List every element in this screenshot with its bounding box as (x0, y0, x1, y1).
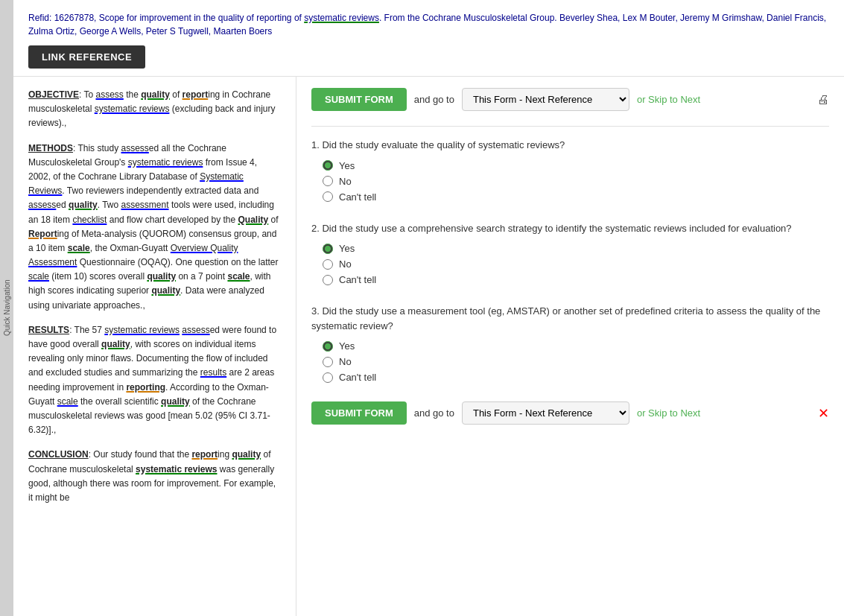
objective-block: OBJECTIVE: To assess the quality of repo… (28, 88, 281, 131)
refid-systematic-reviews-link[interactable]: systematic reviews (304, 13, 379, 23)
form-panel: SUBMIT FORM and go to This Form - Next R… (296, 77, 844, 616)
methods-label: METHODS (28, 143, 73, 153)
q2-cant-tell-radio[interactable] (323, 275, 333, 285)
refid-text: Refid: 16267878, Scope for improvement i… (28, 11, 829, 38)
bottom-submit-button[interactable]: SUBMIT FORM (311, 401, 407, 425)
print-icon[interactable]: 🖨 (817, 93, 829, 107)
q1-no-radio[interactable] (323, 176, 333, 186)
q2-yes-label: Yes (339, 243, 355, 254)
link-reference-button[interactable]: LINK REFERENCE (28, 45, 145, 69)
q2-cant-tell-option[interactable]: Can't tell (323, 274, 829, 285)
question-1-body: Did the study evaluate the quality of sy… (322, 139, 565, 150)
methods-block: METHODS: This study assessed all the Coc… (28, 142, 281, 313)
top-goto-select[interactable]: This Form - Next Reference This Form - S… (462, 88, 629, 111)
question-1-text: 1. Did the study evaluate the quality of… (311, 138, 829, 153)
q1-no-option[interactable]: No (323, 176, 829, 187)
quick-navigation-sidebar[interactable]: Quick Navigation (0, 0, 13, 616)
question-2-text: 2. Did the study use a comprehensive sea… (311, 221, 829, 236)
q2-yes-option[interactable]: Yes (323, 243, 829, 254)
top-goto-label: and go to (414, 94, 454, 105)
q1-cant-tell-option[interactable]: Can't tell (323, 191, 829, 203)
top-skip-link[interactable]: or Skip to Next (637, 94, 700, 105)
q3-cant-tell-label: Can't tell (339, 372, 376, 383)
q2-cant-tell-label: Can't tell (339, 274, 376, 285)
question-1-block: 1. Did the study evaluate the quality of… (311, 138, 829, 203)
objective-label: OBJECTIVE (28, 89, 79, 100)
q1-yes-option[interactable]: Yes (323, 160, 829, 171)
bottom-skip-link[interactable]: or Skip to Next (637, 407, 700, 419)
bottom-goto-label: and go to (414, 407, 454, 419)
question-3-text: 3. Did the study use a measurement tool … (311, 304, 829, 333)
q2-no-label: No (339, 258, 352, 270)
q2-no-radio[interactable] (323, 259, 333, 270)
question-3-block: 3. Did the study use a measurement tool … (311, 304, 829, 383)
methods-text: : This study assessed all the Cochrane M… (28, 143, 279, 311)
q3-no-label: No (339, 356, 352, 367)
question-3-body: Did the study use a measurement tool (eg… (311, 305, 820, 331)
q2-no-option[interactable]: No (323, 258, 829, 270)
q1-yes-label: Yes (339, 160, 355, 171)
conclusion-block: CONCLUSION: Our study found that the rep… (28, 448, 281, 505)
question-2-number: 2. (311, 223, 322, 234)
bottom-goto-select[interactable]: This Form - Next Reference This Form - S… (462, 401, 629, 425)
q2-yes-radio[interactable] (323, 244, 333, 254)
top-submit-row: SUBMIT FORM and go to This Form - Next R… (311, 88, 829, 111)
q3-no-option[interactable]: No (323, 356, 829, 367)
question-3-number: 3. (311, 305, 322, 317)
divider-1 (311, 126, 829, 127)
top-submit-button[interactable]: SUBMIT FORM (311, 88, 407, 111)
abstract-panel: OBJECTIVE: To assess the quality of repo… (13, 77, 296, 616)
question-2-options: Yes No Can't tell (311, 243, 829, 285)
bottom-submit-row: SUBMIT FORM and go to This Form - Next R… (311, 401, 829, 425)
conclusion-label: CONCLUSION (28, 449, 89, 460)
results-block: RESULTS: The 57 systematic reviews asses… (28, 323, 281, 438)
question-3-options: Yes No Can't tell (311, 340, 829, 383)
results-label: RESULTS (28, 325, 69, 335)
q3-cant-tell-option[interactable]: Can't tell (323, 372, 829, 383)
q3-no-radio[interactable] (323, 357, 333, 367)
q1-cant-tell-radio[interactable] (323, 191, 333, 202)
header: Refid: 16267878, Scope for improvement i… (13, 0, 844, 77)
question-2-body: Did the study use a comprehensive search… (322, 223, 791, 234)
quick-nav-label: Quick Navigation (3, 280, 11, 337)
question-1-options: Yes No Can't tell (311, 160, 829, 203)
question-2-block: 2. Did the study use a comprehensive sea… (311, 221, 829, 286)
question-1-number: 1. (311, 139, 322, 150)
q3-yes-option[interactable]: Yes (323, 340, 829, 352)
q1-cant-tell-label: Can't tell (339, 191, 376, 203)
q3-yes-radio[interactable] (323, 341, 333, 352)
close-red-icon[interactable]: ✕ (818, 405, 829, 422)
q1-yes-radio[interactable] (323, 160, 333, 171)
q1-no-label: No (339, 176, 352, 187)
q3-yes-label: Yes (339, 340, 355, 352)
q3-cant-tell-radio[interactable] (323, 372, 333, 383)
results-text: : The 57 systematic reviews assessed wer… (28, 325, 276, 435)
refid-prefix: Refid: 16267878, Scope for improvement i… (28, 13, 304, 23)
